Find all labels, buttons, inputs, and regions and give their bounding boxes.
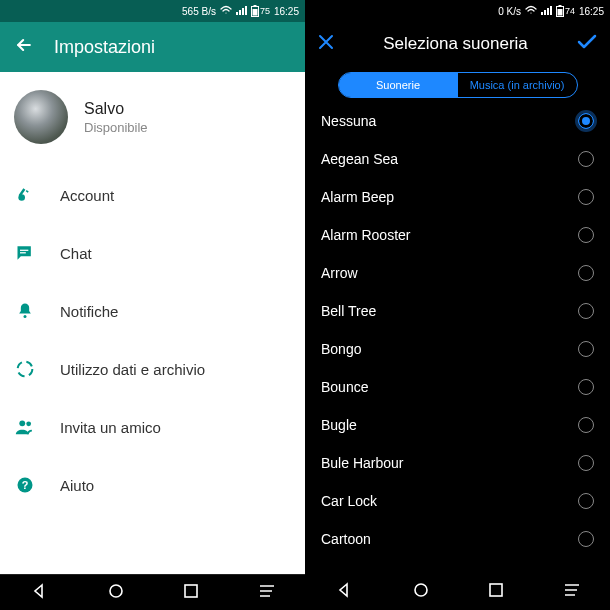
nav-recent-icon[interactable] <box>488 582 504 602</box>
svg-rect-21 <box>544 10 546 15</box>
ringtone-row[interactable]: Cartoon <box>305 520 610 558</box>
radio-icon[interactable] <box>578 531 594 547</box>
ringtone-row[interactable]: Bule Harbour <box>305 444 610 482</box>
ringtone-label: Bugle <box>321 417 357 433</box>
ringtone-row[interactable]: Arrow <box>305 254 610 292</box>
signal-icon <box>541 5 552 17</box>
key-icon <box>14 184 36 206</box>
help-icon: ? <box>14 474 36 496</box>
svg-rect-26 <box>557 9 562 16</box>
segmented-music[interactable]: Musica (in archivio) <box>458 73 577 97</box>
settings-item-notifications[interactable]: Notifiche <box>0 282 305 340</box>
page-title: Seleziona suoneria <box>383 34 528 54</box>
ringtone-row[interactable]: Bounce <box>305 368 610 406</box>
settings-item-label: Account <box>60 187 114 204</box>
nav-recent-icon[interactable] <box>183 583 199 603</box>
close-icon[interactable] <box>317 33 335 56</box>
ringtone-label: Alarm Rooster <box>321 227 410 243</box>
nav-home-icon[interactable] <box>413 582 429 602</box>
radio-icon[interactable] <box>578 417 594 433</box>
radio-icon[interactable] <box>578 113 594 129</box>
profile-row[interactable]: Salvo Disponibile <box>0 72 305 166</box>
settings-item-invite[interactable]: Invita un amico <box>0 398 305 456</box>
invite-icon <box>14 416 36 438</box>
back-icon[interactable] <box>14 35 34 59</box>
svg-rect-20 <box>541 12 543 15</box>
radio-icon[interactable] <box>578 455 594 471</box>
chat-icon <box>14 242 36 264</box>
svg-rect-25 <box>558 5 561 7</box>
svg-rect-6 <box>252 9 257 16</box>
avatar <box>14 90 68 144</box>
ringtone-header: Seleziona suoneria <box>305 22 610 66</box>
profile-name: Salvo <box>84 100 148 118</box>
ringtone-label: Car Lock <box>321 493 377 509</box>
svg-rect-22 <box>547 8 549 15</box>
data-rate: 565 B/s <box>182 6 216 17</box>
svg-rect-23 <box>550 6 552 15</box>
signal-icon <box>236 5 247 17</box>
svg-rect-11 <box>20 252 26 253</box>
settings-item-label: Aiuto <box>60 477 94 494</box>
battery-icon: 74 <box>556 5 575 17</box>
svg-rect-10 <box>20 250 28 251</box>
svg-rect-2 <box>242 8 244 15</box>
settings-item-data[interactable]: Utilizzo dati e archivio <box>0 340 305 398</box>
radio-icon[interactable] <box>578 189 594 205</box>
status-bar-right: 0 K/s 74 16:25 <box>305 0 610 22</box>
wifi-icon <box>525 5 537 17</box>
svg-rect-3 <box>245 6 247 15</box>
radio-icon[interactable] <box>578 303 594 319</box>
svg-point-12 <box>24 315 27 318</box>
clock: 16:25 <box>274 6 299 17</box>
segmented-control: Suonerie Musica (in archivio) <box>338 72 578 98</box>
nav-back-icon[interactable] <box>335 581 353 603</box>
ringtone-label: Bongo <box>321 341 361 357</box>
svg-rect-5 <box>253 5 256 7</box>
ringtone-label: Cartoon <box>321 531 371 547</box>
ringtone-label: Alarm Beep <box>321 189 394 205</box>
ringtone-label: Arrow <box>321 265 358 281</box>
ringtone-row[interactable]: Car Lock <box>305 482 610 520</box>
nav-menu-icon[interactable] <box>564 583 580 601</box>
svg-point-15 <box>26 421 31 426</box>
segmented-ringtones[interactable]: Suonerie <box>339 73 458 97</box>
confirm-icon[interactable] <box>576 31 598 57</box>
radio-icon[interactable] <box>578 341 594 357</box>
radio-icon[interactable] <box>578 151 594 167</box>
profile-subtitle: Disponibile <box>84 120 148 135</box>
svg-rect-19 <box>185 585 197 597</box>
svg-point-13 <box>18 362 33 377</box>
svg-rect-1 <box>239 10 241 15</box>
ringtone-row[interactable]: Bugle <box>305 406 610 444</box>
ringtone-label: Bule Harbour <box>321 455 404 471</box>
radio-icon[interactable] <box>578 379 594 395</box>
nav-home-icon[interactable] <box>108 583 124 603</box>
svg-rect-0 <box>236 12 238 15</box>
svg-rect-9 <box>26 190 29 193</box>
settings-item-chat[interactable]: Chat <box>0 224 305 282</box>
ringtone-row[interactable]: Nessuna <box>305 102 610 140</box>
nav-menu-icon[interactable] <box>259 584 275 602</box>
settings-header: Impostazioni <box>0 22 305 72</box>
ringtone-row[interactable]: Alarm Beep <box>305 178 610 216</box>
svg-point-14 <box>19 420 25 426</box>
ringtone-row[interactable]: Bongo <box>305 330 610 368</box>
settings-item-help[interactable]: ? Aiuto <box>0 456 305 514</box>
radio-icon[interactable] <box>578 493 594 509</box>
page-title: Impostazioni <box>54 37 155 58</box>
nav-back-icon[interactable] <box>30 582 48 604</box>
settings-item-label: Utilizzo dati e archivio <box>60 361 205 378</box>
settings-item-label: Notifiche <box>60 303 118 320</box>
ringtone-row[interactable]: Alarm Rooster <box>305 216 610 254</box>
nav-bar-left <box>0 574 305 610</box>
settings-item-account[interactable]: Account <box>0 166 305 224</box>
radio-icon[interactable] <box>578 227 594 243</box>
ringtone-row[interactable]: Bell Tree <box>305 292 610 330</box>
svg-text:?: ? <box>22 479 29 491</box>
ringtone-label: Bounce <box>321 379 368 395</box>
ringtone-row[interactable]: Aegean Sea <box>305 140 610 178</box>
settings-item-label: Invita un amico <box>60 419 161 436</box>
data-rate: 0 K/s <box>498 6 521 17</box>
radio-icon[interactable] <box>578 265 594 281</box>
